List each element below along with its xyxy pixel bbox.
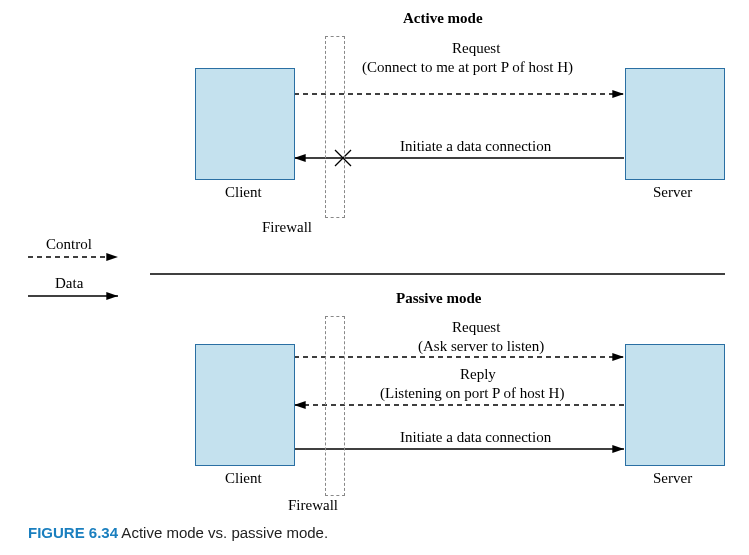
legend-control-label: Control	[46, 236, 92, 253]
passive-request-line2: (Ask server to listen)	[418, 338, 544, 355]
active-request-line2: (Connect to me at port P of host H)	[362, 59, 573, 76]
active-firewall-label: Firewall	[262, 219, 312, 236]
passive-client-label: Client	[225, 470, 262, 487]
figure-number: FIGURE 6.34	[28, 524, 118, 541]
active-initiate-label: Initiate a data connection	[400, 138, 551, 155]
active-server-label: Server	[653, 184, 692, 201]
active-firewall-box	[325, 36, 345, 218]
passive-mode-title: Passive mode	[396, 290, 481, 307]
passive-server-label: Server	[653, 470, 692, 487]
active-client-box	[195, 68, 295, 180]
active-request-line1: Request	[452, 40, 500, 57]
passive-firewall-label: Firewall	[288, 497, 338, 514]
passive-firewall-box	[325, 316, 345, 496]
passive-client-box	[195, 344, 295, 466]
active-mode-title: Active mode	[403, 10, 483, 27]
active-server-box	[625, 68, 725, 180]
passive-request-line1: Request	[452, 319, 500, 336]
passive-server-box	[625, 344, 725, 466]
passive-initiate-label: Initiate a data connection	[400, 429, 551, 446]
figure-caption: FIGURE 6.34 Active mode vs. passive mode…	[28, 524, 328, 541]
passive-reply-line1: Reply	[460, 366, 496, 383]
active-client-label: Client	[225, 184, 262, 201]
passive-reply-line2: (Listening on port P of host H)	[380, 385, 564, 402]
legend-data-label: Data	[55, 275, 83, 292]
figure-text: Active mode vs. passive mode.	[118, 524, 328, 541]
